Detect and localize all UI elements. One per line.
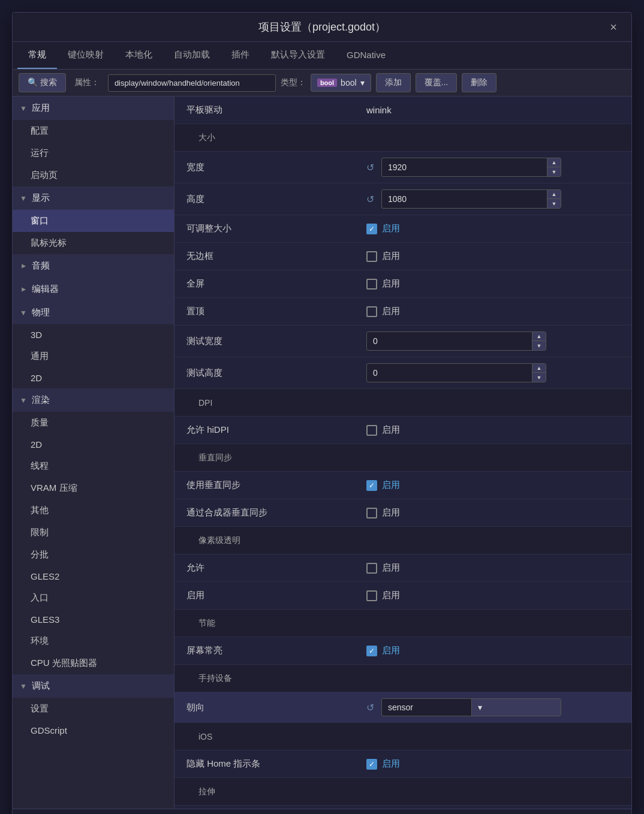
enable-transparency-checkbox[interactable] [366,590,377,601]
fullscreen-checkbox-area[interactable]: 启用 [366,278,400,290]
sidebar-item-vram[interactable]: VRAM 压缩 [13,477,174,499]
ontop-checkbox[interactable] [366,306,377,317]
sidebar-item-common[interactable]: 通用 [13,345,174,367]
height-input[interactable] [382,191,547,207]
width-reset-icon[interactable]: ↺ [366,162,374,173]
tab-keybindings[interactable]: 键位映射 [57,42,115,69]
test-width-spin-down[interactable]: ▼ [532,341,546,350]
tab-localization[interactable]: 本地化 [115,42,163,69]
height-spin-down[interactable]: ▼ [547,199,561,208]
sidebar-item-window[interactable]: 窗口 [13,210,174,232]
use-vsync-checkbox[interactable]: ✓ [366,480,377,491]
sidebar-item-2d-render[interactable]: 2D [13,434,174,455]
width-label: 宽度 [186,162,366,173]
chevron-down-icon-3: ▼ [20,309,27,317]
tab-gdnative[interactable]: GDNative [336,43,396,68]
settings-row-width: 宽度 ↺ ▲ ▼ [174,152,631,183]
settings-section-vsync: 垂直同步 [174,444,631,472]
sidebar-item-gles3[interactable]: GLES3 [13,609,174,630]
sidebar-item-mouse-cursor[interactable]: 鼠标光标 [13,232,174,254]
width-spin-up[interactable]: ▲ [547,158,561,167]
search-button[interactable]: 🔍 搜索 [19,73,66,92]
tab-import-settings[interactable]: 默认导入设置 [260,42,336,69]
borderless-checkbox[interactable] [366,251,377,262]
width-input[interactable] [382,159,547,175]
sidebar-section-render[interactable]: ▼ 渲染 [13,388,174,412]
compositor-vsync-checkbox-area[interactable]: 启用 [366,507,400,518]
toolbar: 🔍 搜索 属性： 类型： bool bool ▾ 添加 覆盖... 删除 [13,70,631,97]
borderless-check-label: 启用 [382,251,400,262]
orientation-dropdown[interactable]: sensor ▾ [381,698,561,716]
allow-transparency-checkbox[interactable] [366,563,377,574]
sidebar-item-batch-label: 分批 [31,549,49,560]
sidebar-item-debug-settings[interactable]: 设置 [13,698,174,720]
sidebar-item-2d-physics[interactable]: 2D [13,367,174,388]
allow-transparency-checkbox-area[interactable]: 启用 [366,562,400,574]
sidebar-item-threads[interactable]: 线程 [13,455,174,477]
resizable-checkbox-area[interactable]: ✓ 启用 [366,223,400,234]
hide-home-checkbox[interactable]: ✓ [366,759,377,770]
ontop-label: 置顶 [186,306,366,317]
hidpi-checkbox[interactable] [366,425,377,436]
screen-on-value: ✓ 启用 [366,645,619,656]
sidebar-item-limits[interactable]: 限制 [13,521,174,544]
sidebar-item-other[interactable]: 其他 [13,499,174,521]
settings-row-use-vsync: 使用垂直同步 ✓ 启用 [174,472,631,499]
enable-transparency-checkbox-area[interactable]: 启用 [366,590,400,601]
chevron-down-icon-4: ▼ [20,396,27,405]
borderless-checkbox-area[interactable]: 启用 [366,251,400,262]
test-width-input[interactable] [367,333,532,349]
sidebar-section-display[interactable]: ▼ 显示 [13,186,174,210]
fullscreen-checkbox[interactable] [366,279,377,290]
sidebar-item-config[interactable]: 配置 [13,120,174,142]
sidebar-item-3d[interactable]: 3D [13,324,174,345]
sidebar-section-physics[interactable]: ▼ 物理 [13,301,174,324]
test-width-spin-up[interactable]: ▲ [532,332,546,341]
sidebar-item-gdscript[interactable]: GDScript [13,720,174,741]
cover-button[interactable]: 覆盖... [416,73,458,92]
settings-section-powersave: 节能 [174,610,631,637]
width-spin-down[interactable]: ▼ [547,167,561,176]
add-button[interactable]: 添加 [376,73,411,92]
test-height-spin-up[interactable]: ▲ [532,364,546,373]
screen-on-checkbox[interactable]: ✓ [366,646,377,656]
delete-button[interactable]: 删除 [462,73,496,92]
hidpi-checkbox-area[interactable]: 启用 [366,424,400,436]
compositor-vsync-label: 通过合成器垂直同步 [186,507,366,518]
sidebar-item-entrance[interactable]: 入口 [13,587,174,609]
main-content: ▼ 应用 配置 运行 启动页 ▼ 显示 窗口 鼠标光标 [13,97,631,809]
sidebar-item-boot[interactable]: 启动页 [13,164,174,186]
sidebar-section-debug[interactable]: ▼ 调试 [13,674,174,698]
tab-autoload[interactable]: 自动加载 [163,42,221,69]
tab-general[interactable]: 常规 [17,42,57,69]
sidebar-item-environment[interactable]: 环境 [13,630,174,652]
property-path-input[interactable] [108,74,276,92]
sidebar-item-batch[interactable]: 分批 [13,544,174,566]
test-height-label: 测试高度 [186,367,366,379]
sidebar-section-editor[interactable]: ▼ 编辑器 [13,278,174,301]
test-height-spinners: ▲ ▼ [532,364,546,382]
sidebar-section-app[interactable]: ▼ 应用 [13,97,174,120]
orientation-reset-icon[interactable]: ↺ [366,702,374,713]
test-height-input[interactable] [367,365,532,381]
height-spin-up[interactable]: ▲ [547,190,561,199]
use-vsync-checkbox-area[interactable]: ✓ 启用 [366,480,400,491]
resizable-checkbox[interactable]: ✓ [366,224,377,234]
sidebar-item-quality[interactable]: 质量 [13,412,174,434]
settings-row-compositor-vsync: 通过合成器垂直同步 启用 [174,499,631,527]
height-reset-icon[interactable]: ↺ [366,194,374,205]
sidebar-section-audio[interactable]: ▼ 音频 [13,254,174,278]
sidebar-item-cpu-lightmap[interactable]: CPU 光照贴图器 [13,652,174,674]
tab-plugins[interactable]: 插件 [221,42,260,69]
ontop-checkbox-area[interactable]: 启用 [366,306,400,317]
compositor-vsync-checkbox[interactable] [366,508,377,518]
settings-section-ios: iOS [174,723,631,750]
sidebar-item-gles2[interactable]: GLES2 [13,566,174,587]
test-height-spin-down[interactable]: ▼ [532,373,546,382]
hide-home-checkbox-area[interactable]: ✓ 启用 [366,758,400,770]
type-selector[interactable]: bool bool ▾ [311,74,371,92]
sidebar-item-run[interactable]: 运行 [13,142,174,164]
close-window-button[interactable]: × [605,19,622,35]
screen-on-checkbox-area[interactable]: ✓ 启用 [366,645,400,656]
settings-row-orientation: 朝向 ↺ sensor ▾ [174,692,631,723]
